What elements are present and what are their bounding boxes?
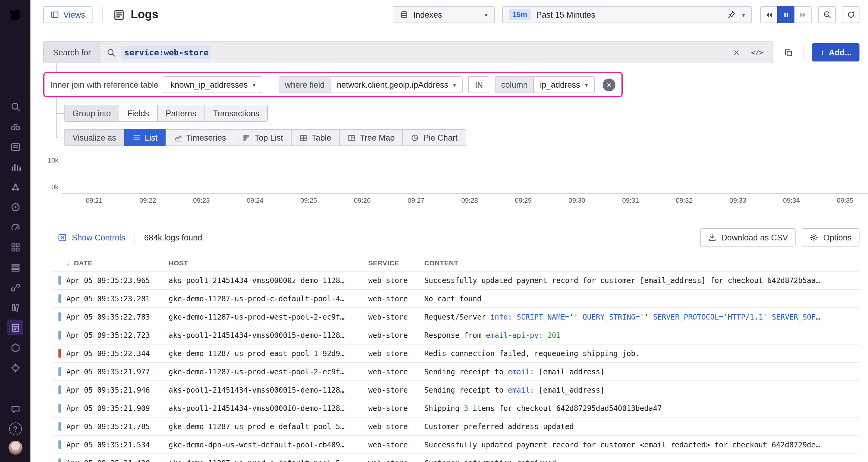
log-row[interactable]: Apr 05 09:35:21.534gke-demo-dpn-us-west-…	[53, 436, 860, 454]
code-view-toggle[interactable]: </>	[748, 49, 766, 56]
chevron-down-icon[interactable]: ▾	[742, 11, 745, 18]
viz-tab-timeseries[interactable]: Timeseries	[165, 129, 235, 146]
column-header-date[interactable]: ↓ DATE	[66, 259, 168, 267]
log-row[interactable]: Apr 05 09:35:21.946aks-pool1-21451434-vm…	[53, 381, 860, 399]
log-content: Redis connection failed, requeueing ship…	[424, 349, 860, 358]
show-controls-link[interactable]: Show Controls	[58, 233, 125, 242]
processes-icon[interactable]	[7, 179, 23, 195]
log-host: aks-pool1-21451434-vmss000015-demo-1128…	[168, 386, 368, 394]
x-tick-label: 09:31	[622, 196, 639, 204]
views-button[interactable]: Views	[43, 6, 93, 23]
y-tick-label: 0k	[52, 184, 58, 190]
log-service: web-store	[368, 313, 424, 321]
y-axis: 10k 0k	[48, 157, 62, 190]
histogram-xaxis: 09:2109:2209:2309:2409:2509:2609:2709:28…	[62, 193, 868, 204]
where-field-label: where field	[279, 76, 330, 93]
join-field-select[interactable]: network.client.geoip.ipAddress ▾	[330, 76, 463, 93]
top-list-icon	[243, 133, 250, 142]
tab-fields[interactable]: Fields	[119, 105, 158, 122]
reference-table-select[interactable]: known_ip_addresses ▾	[164, 76, 262, 93]
add-query-button[interactable]: + Add...	[812, 43, 860, 61]
viz-tab-table[interactable]: Table	[291, 129, 340, 146]
log-row[interactable]: Apr 05 09:35:21.977gke-demo-11287-us-pro…	[53, 363, 860, 381]
timeseries-icon	[174, 133, 182, 142]
x-tick-label: 09:34	[783, 196, 800, 204]
viz-tab-top-list[interactable]: Top List	[234, 129, 291, 146]
status-indicator	[58, 349, 61, 358]
column-header-host[interactable]: HOST	[168, 259, 368, 267]
pause-button[interactable]	[777, 6, 795, 23]
table-header: ↓ DATE HOST SERVICE CONTENT	[53, 255, 860, 272]
log-row[interactable]: Apr 05 09:35:21.909aks-pool1-21451434-vm…	[53, 399, 860, 418]
logs-icon[interactable]	[7, 319, 23, 335]
status-indicator	[58, 404, 61, 413]
viz-tab-tree-map[interactable]: Tree Map	[339, 129, 403, 146]
chat-icon[interactable]	[7, 401, 23, 417]
host-map-icon[interactable]	[7, 119, 23, 134]
plus-icon: +	[819, 47, 825, 58]
reference-tables-icon[interactable]	[7, 300, 23, 315]
log-content: Customer information retrieved	[424, 459, 860, 462]
log-row[interactable]: Apr 05 09:35:22.783gke-demo-11287-us-pro…	[53, 308, 860, 326]
log-date: Apr 05 09:35:21.909	[66, 404, 168, 412]
infrastructure-icon[interactable]	[7, 239, 23, 255]
download-csv-button[interactable]: Download as CSV	[700, 228, 796, 247]
containers-icon[interactable]	[7, 259, 23, 275]
database-icon	[400, 10, 408, 19]
synthetics-icon[interactable]	[7, 360, 23, 376]
log-row[interactable]: Apr 05 09:35:23.281gke-demo-11287-us-pro…	[53, 290, 860, 308]
log-row[interactable]: Apr 05 09:35:22.344gke-demo-11287-us-pro…	[53, 344, 860, 363]
pin-icon[interactable]	[727, 10, 736, 19]
column-header-service[interactable]: SERVICE	[368, 259, 424, 267]
options-button[interactable]: Options	[802, 228, 860, 247]
log-row[interactable]: Apr 05 09:35:21.785gke-demo-11287-us-pro…	[53, 418, 860, 436]
log-service: web-store	[368, 349, 424, 358]
visualize-as-label: Visualize as	[64, 129, 125, 146]
log-host: gke-demo-11287-us-prod-c-default-pool-4…	[168, 294, 368, 303]
reference-table-value: known_ip_addresses	[170, 80, 248, 89]
apm-icon[interactable]	[7, 219, 23, 235]
datadog-logo[interactable]	[0, 0, 30, 30]
log-date: Apr 05 09:35:21.946	[66, 386, 168, 394]
column-header-content[interactable]: CONTENT	[424, 259, 860, 267]
x-tick-label: 09:28	[461, 196, 478, 204]
security-icon[interactable]	[7, 340, 23, 356]
watchdog-icon[interactable]	[7, 199, 23, 215]
remove-join-button[interactable]: ×	[602, 78, 615, 91]
scrub-back-button[interactable]	[760, 6, 778, 23]
log-content: Response from email-api-py: 201	[424, 331, 860, 339]
events-icon[interactable]	[7, 139, 23, 155]
time-range-selector[interactable]: 15m Past 15 Minutes ▾	[502, 6, 752, 23]
join-column-value: ip_address	[540, 80, 580, 89]
search-icon[interactable]	[7, 99, 23, 115]
network-icon[interactable]	[7, 279, 23, 295]
query-token[interactable]: service:web-store	[121, 45, 212, 59]
clear-search-button[interactable]: ×	[731, 47, 743, 58]
refresh-button[interactable]	[842, 6, 860, 23]
chevron-down-icon: ▾	[485, 11, 488, 18]
join-column-select[interactable]: ip_address ▾	[533, 76, 595, 93]
log-row[interactable]: Apr 05 09:35:23.965aks-pool1-21451434-vm…	[53, 272, 860, 290]
metrics-icon[interactable]	[7, 159, 23, 175]
tab-patterns[interactable]: Patterns	[157, 105, 205, 122]
x-tick-label: 09:29	[515, 196, 532, 204]
log-host: gke-demo-11287-us-prod-west-pool-2-ec9f…	[168, 313, 368, 321]
log-service: web-store	[368, 404, 424, 412]
viz-tab-pie-chart[interactable]: Pie Chart	[403, 129, 466, 146]
copy-icon[interactable]	[781, 45, 795, 59]
log-row[interactable]: Apr 05 09:35:21.420gke-demo-11287-us-pro…	[53, 454, 860, 462]
datadog-logs-app: ? Views Logs Indexes ▾ 15m Past 15 M	[0, 0, 868, 462]
scrub-forward-button[interactable]	[794, 6, 812, 23]
help-icon[interactable]: ?	[9, 423, 22, 435]
user-avatar[interactable]	[8, 441, 22, 455]
status-indicator	[58, 294, 61, 303]
viz-tab-list[interactable]: List	[124, 129, 166, 146]
indexes-dropdown[interactable]: Indexes ▾	[393, 6, 495, 23]
zoom-out-button[interactable]	[818, 6, 836, 23]
tab-transactions[interactable]: Transactions	[204, 105, 268, 122]
group-into-control: Group into Fields Patterns Transactions	[64, 105, 268, 122]
log-volume-histogram: 10k 0k 09:2109:2209:2309:2409:2509:2609:…	[48, 159, 868, 204]
sort-descending-icon[interactable]: ↓	[66, 259, 70, 267]
log-row[interactable]: Apr 05 09:35:22.723aks-pool1-21451434-vm…	[53, 326, 860, 344]
search-input[interactable]: service:web-store × </>	[100, 41, 773, 63]
